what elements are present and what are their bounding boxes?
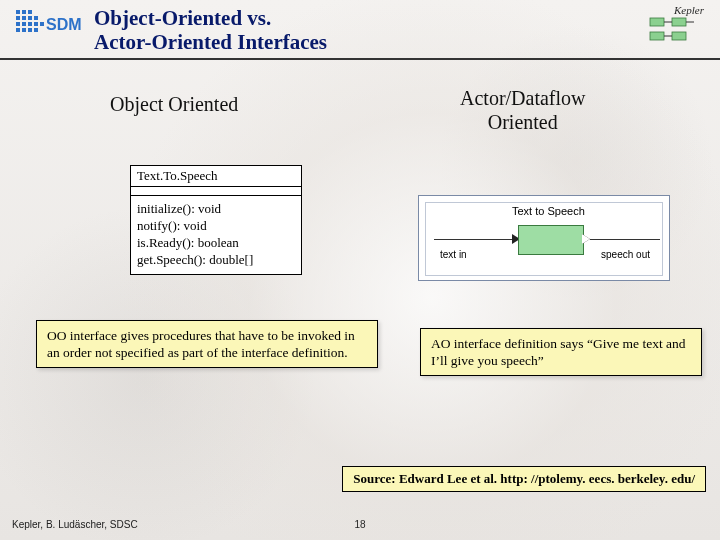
svg-rect-7 — [16, 22, 20, 26]
uml-method: get.Speech(): double[] — [137, 251, 295, 268]
svg-rect-20 — [650, 32, 664, 40]
right-column-heading: Actor/Dataflow Oriented — [460, 86, 586, 134]
wire-in — [434, 239, 512, 240]
page-number: 18 — [354, 519, 365, 530]
svg-rect-9 — [28, 22, 32, 26]
svg-rect-3 — [16, 16, 20, 20]
svg-rect-21 — [672, 32, 686, 40]
svg-rect-18 — [650, 18, 664, 26]
uml-method: initialize(): void — [137, 200, 295, 217]
svg-text:Kepler: Kepler — [673, 4, 705, 16]
port-out-icon — [582, 234, 590, 244]
svg-rect-19 — [672, 18, 686, 26]
uml-attributes-empty — [131, 187, 301, 196]
svg-rect-12 — [16, 28, 20, 32]
svg-rect-14 — [28, 28, 32, 32]
slide-title: Object-Oriented vs. Actor-Oriented Inter… — [94, 6, 327, 54]
wire-out — [590, 239, 660, 240]
svg-rect-6 — [34, 16, 38, 20]
port-out-label: speech out — [601, 249, 650, 260]
svg-rect-8 — [22, 22, 26, 26]
svg-rect-13 — [22, 28, 26, 32]
actor-block — [518, 225, 584, 255]
uml-class-box: Text.To.Speech initialize(): void notify… — [130, 165, 302, 275]
svg-rect-1 — [22, 10, 26, 14]
port-in-label: text in — [440, 249, 467, 260]
actor-diagram: Text to Speech text in speech out — [418, 195, 670, 281]
svg-rect-2 — [28, 10, 32, 14]
left-column-heading: Object Oriented — [110, 92, 238, 116]
footer-credit: Kepler, B. Ludäscher, SDSC — [12, 519, 138, 530]
svg-rect-4 — [22, 16, 26, 20]
svg-rect-0 — [16, 10, 20, 14]
actor-block-title: Text to Speech — [512, 205, 585, 217]
uml-methods: initialize(): void notify(): void is.Rea… — [131, 196, 301, 274]
slide-header: SDM Object-Oriented vs. Actor-Oriented I… — [0, 0, 720, 60]
title-line-1: Object-Oriented vs. — [94, 6, 271, 30]
callout-oo: OO interface gives procedures that have … — [36, 320, 378, 368]
svg-rect-11 — [40, 22, 44, 26]
source-citation: Source: Edward Lee et al. http: //ptolem… — [342, 466, 706, 492]
callout-ao: AO interface definition says “Give me te… — [420, 328, 702, 376]
uml-method: is.Ready(): boolean — [137, 234, 295, 251]
sdm-logo: SDM — [14, 8, 86, 48]
actor-diagram-inner: Text to Speech text in speech out — [425, 202, 663, 276]
right-heading-line2: Oriented — [488, 111, 558, 133]
svg-rect-5 — [28, 16, 32, 20]
svg-rect-10 — [34, 22, 38, 26]
uml-method: notify(): void — [137, 217, 295, 234]
svg-rect-15 — [34, 28, 38, 32]
title-line-2: Actor-Oriented Interfaces — [94, 30, 327, 54]
uml-class-name: Text.To.Speech — [131, 166, 301, 187]
kepler-logo: Kepler — [644, 4, 708, 48]
svg-text:SDM: SDM — [46, 16, 82, 33]
right-heading-line1: Actor/Dataflow — [460, 87, 586, 109]
